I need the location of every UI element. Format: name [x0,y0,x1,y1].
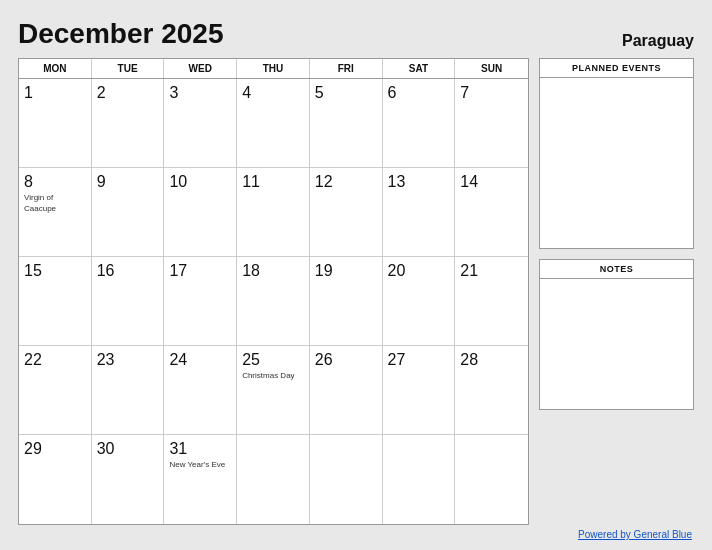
day-number: 30 [97,439,159,458]
main-area: MON TUE WED THU FRI SAT SUN 12345678Virg… [18,58,694,525]
day-cell: 7 [455,79,528,168]
notes-title: NOTES [540,260,693,279]
day-number: 26 [315,350,377,369]
day-cell: 31New Year's Eve [164,435,237,524]
day-cell: 5 [310,79,383,168]
day-cell: 28 [455,346,528,435]
planned-events-content [540,78,693,248]
day-cell: 2 [92,79,165,168]
day-header-mon: MON [19,59,92,78]
footer: Powered by General Blue [18,529,694,540]
day-number: 23 [97,350,159,369]
day-cell: 9 [92,168,165,257]
planned-events-box: PLANNED EVENTS [539,58,694,249]
day-cell: 30 [92,435,165,524]
day-number: 15 [24,261,86,280]
day-cell: 13 [383,168,456,257]
day-cell: 6 [383,79,456,168]
day-cell: 21 [455,257,528,346]
day-header-sun: SUN [455,59,528,78]
day-cell: 4 [237,79,310,168]
day-number: 13 [388,172,450,191]
day-cell: 10 [164,168,237,257]
day-cell: 22 [19,346,92,435]
day-cell: 23 [92,346,165,435]
day-number: 3 [169,83,231,102]
day-number: 27 [388,350,450,369]
day-cell: 11 [237,168,310,257]
event-label: Christmas Day [242,371,304,381]
day-headers: MON TUE WED THU FRI SAT SUN [19,59,528,79]
day-number: 11 [242,172,304,191]
event-label: Virgin of Caacupe [24,193,86,214]
day-header-thu: THU [237,59,310,78]
day-number: 5 [315,83,377,102]
day-number: 17 [169,261,231,280]
day-number: 29 [24,439,86,458]
day-cell: 18 [237,257,310,346]
day-number: 4 [242,83,304,102]
day-cell [237,435,310,524]
day-number: 9 [97,172,159,191]
day-cell: 16 [92,257,165,346]
day-number: 31 [169,439,231,458]
planned-events-title: PLANNED EVENTS [540,59,693,78]
day-number: 19 [315,261,377,280]
notes-box: NOTES [539,259,694,410]
day-number: 2 [97,83,159,102]
calendar-grid: 12345678Virgin of Caacupe910111213141516… [19,79,528,524]
day-cell: 12 [310,168,383,257]
day-number: 12 [315,172,377,191]
calendar-page: December 2025 Paraguay MON TUE WED THU F… [0,0,712,550]
day-number: 25 [242,350,304,369]
footer-link[interactable]: Powered by General Blue [578,529,692,540]
day-number: 18 [242,261,304,280]
day-cell [383,435,456,524]
day-header-sat: SAT [383,59,456,78]
day-number: 16 [97,261,159,280]
calendar: MON TUE WED THU FRI SAT SUN 12345678Virg… [18,58,529,525]
day-header-tue: TUE [92,59,165,78]
day-cell: 3 [164,79,237,168]
day-number: 21 [460,261,523,280]
header: December 2025 Paraguay [18,18,694,50]
day-number: 6 [388,83,450,102]
day-number: 8 [24,172,86,191]
month-title: December 2025 [18,18,223,50]
day-cell [310,435,383,524]
day-cell: 24 [164,346,237,435]
day-cell: 26 [310,346,383,435]
day-number: 20 [388,261,450,280]
country-name: Paraguay [622,32,694,50]
day-number: 1 [24,83,86,102]
day-header-wed: WED [164,59,237,78]
day-cell: 20 [383,257,456,346]
day-number: 7 [460,83,523,102]
day-header-fri: FRI [310,59,383,78]
day-cell: 27 [383,346,456,435]
notes-content [540,279,693,409]
day-number: 24 [169,350,231,369]
day-cell: 14 [455,168,528,257]
day-cell: 1 [19,79,92,168]
day-number: 14 [460,172,523,191]
day-cell: 19 [310,257,383,346]
day-number: 28 [460,350,523,369]
day-cell: 29 [19,435,92,524]
sidebar: PLANNED EVENTS NOTES [539,58,694,525]
day-cell: 8Virgin of Caacupe [19,168,92,257]
day-cell: 25Christmas Day [237,346,310,435]
day-number: 10 [169,172,231,191]
day-number: 22 [24,350,86,369]
event-label: New Year's Eve [169,460,231,470]
day-cell: 15 [19,257,92,346]
day-cell: 17 [164,257,237,346]
day-cell [455,435,528,524]
